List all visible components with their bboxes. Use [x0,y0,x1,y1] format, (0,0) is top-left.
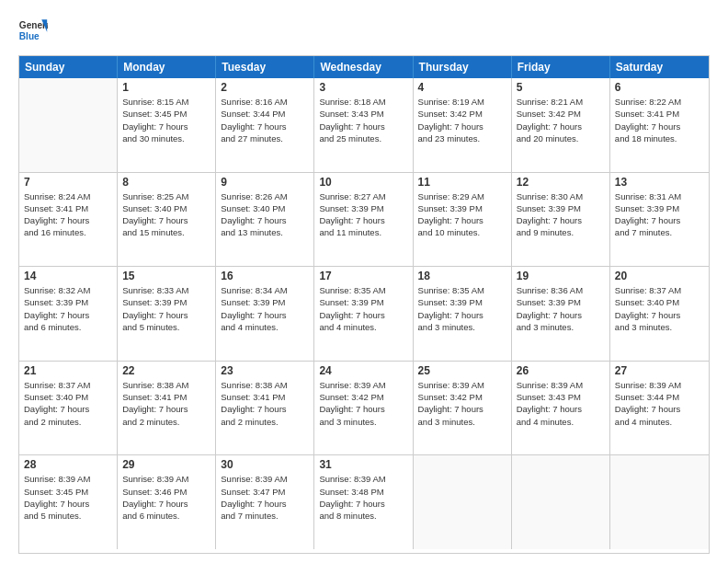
day-number: 5 [517,81,605,94]
calendar-cell: 16Sunrise: 8:34 AM Sunset: 3:39 PM Dayli… [216,267,314,361]
calendar-cell [512,455,610,549]
day-info: Sunrise: 8:33 AM Sunset: 3:39 PM Dayligh… [122,284,210,333]
day-info: Sunrise: 8:37 AM Sunset: 3:40 PM Dayligh… [24,379,112,428]
day-number: 26 [517,364,605,377]
calendar-cell: 10Sunrise: 8:27 AM Sunset: 3:39 PM Dayli… [314,173,413,267]
calendar-cell: 7Sunrise: 8:24 AM Sunset: 3:41 PM Daylig… [19,173,118,267]
day-number: 24 [319,364,407,377]
calendar-cell: 17Sunrise: 8:35 AM Sunset: 3:39 PM Dayli… [314,267,413,361]
day-info: Sunrise: 8:26 AM Sunset: 3:40 PM Dayligh… [221,190,309,239]
calendar-cell: 1Sunrise: 8:15 AM Sunset: 3:45 PM Daylig… [118,78,216,172]
day-info: Sunrise: 8:39 AM Sunset: 3:42 PM Dayligh… [418,379,506,428]
day-info: Sunrise: 8:24 AM Sunset: 3:41 PM Dayligh… [24,190,112,239]
day-number: 9 [221,176,309,189]
calendar-cell: 28Sunrise: 8:39 AM Sunset: 3:45 PM Dayli… [19,455,118,549]
calendar-cell: 9Sunrise: 8:26 AM Sunset: 3:40 PM Daylig… [216,173,314,267]
calendar-cell [610,455,709,549]
day-info: Sunrise: 8:38 AM Sunset: 3:41 PM Dayligh… [221,379,309,428]
svg-text:Blue: Blue [19,31,40,41]
calendar-cell: 13Sunrise: 8:31 AM Sunset: 3:39 PM Dayli… [610,173,709,267]
calendar-header-cell: Sunday [19,56,118,78]
day-info: Sunrise: 8:35 AM Sunset: 3:39 PM Dayligh… [418,284,506,333]
calendar-cell: 2Sunrise: 8:16 AM Sunset: 3:44 PM Daylig… [216,78,314,172]
day-info: Sunrise: 8:30 AM Sunset: 3:39 PM Dayligh… [517,190,605,239]
header: GeneralBlue [18,17,710,46]
day-number: 25 [418,364,506,377]
day-info: Sunrise: 8:39 AM Sunset: 3:45 PM Dayligh… [24,473,112,522]
day-number: 3 [319,81,407,94]
day-number: 20 [615,270,704,282]
day-number: 16 [221,270,309,282]
day-number: 27 [615,364,704,377]
day-number: 10 [319,176,407,189]
day-number: 15 [122,270,210,282]
day-info: Sunrise: 8:37 AM Sunset: 3:40 PM Dayligh… [615,284,704,333]
day-number: 23 [221,364,309,377]
calendar-cell [19,78,118,172]
day-info: Sunrise: 8:21 AM Sunset: 3:42 PM Dayligh… [517,96,605,144]
calendar-cell: 27Sunrise: 8:39 AM Sunset: 3:44 PM Dayli… [610,362,709,455]
day-number: 13 [615,176,704,189]
calendar-cell [414,455,512,549]
calendar-cell: 30Sunrise: 8:39 AM Sunset: 3:47 PM Dayli… [216,455,314,549]
day-number: 22 [122,364,210,377]
day-info: Sunrise: 8:36 AM Sunset: 3:39 PM Dayligh… [517,284,605,333]
calendar-week-row: 28Sunrise: 8:39 AM Sunset: 3:45 PM Dayli… [19,455,709,549]
calendar-header-cell: Saturday [610,56,709,78]
day-number: 31 [319,458,407,471]
day-info: Sunrise: 8:34 AM Sunset: 3:39 PM Dayligh… [221,284,309,333]
day-info: Sunrise: 8:39 AM Sunset: 3:47 PM Dayligh… [221,473,309,522]
calendar-cell: 19Sunrise: 8:36 AM Sunset: 3:39 PM Dayli… [512,267,610,361]
day-info: Sunrise: 8:18 AM Sunset: 3:43 PM Dayligh… [319,96,407,144]
day-number: 28 [24,458,112,471]
logo-icon: GeneralBlue [18,17,48,46]
calendar-header-cell: Friday [512,56,610,78]
day-number: 29 [122,458,210,471]
calendar-cell: 4Sunrise: 8:19 AM Sunset: 3:42 PM Daylig… [414,78,512,172]
day-info: Sunrise: 8:25 AM Sunset: 3:40 PM Dayligh… [122,190,210,239]
calendar-cell: 20Sunrise: 8:37 AM Sunset: 3:40 PM Dayli… [610,267,709,361]
day-info: Sunrise: 8:32 AM Sunset: 3:39 PM Dayligh… [24,284,112,333]
day-info: Sunrise: 8:38 AM Sunset: 3:41 PM Dayligh… [122,379,210,428]
calendar-cell: 14Sunrise: 8:32 AM Sunset: 3:39 PM Dayli… [19,267,118,361]
day-number: 12 [517,176,605,189]
day-number: 17 [319,270,407,282]
calendar-cell: 3Sunrise: 8:18 AM Sunset: 3:43 PM Daylig… [314,78,413,172]
day-number: 7 [24,176,112,189]
day-info: Sunrise: 8:39 AM Sunset: 3:48 PM Dayligh… [319,473,407,522]
day-number: 18 [418,270,506,282]
calendar-cell: 8Sunrise: 8:25 AM Sunset: 3:40 PM Daylig… [118,173,216,267]
calendar: SundayMondayTuesdayWednesdayThursdayFrid… [18,55,710,554]
calendar-header-cell: Thursday [414,56,512,78]
day-number: 1 [122,81,210,94]
day-info: Sunrise: 8:27 AM Sunset: 3:39 PM Dayligh… [319,190,407,239]
day-info: Sunrise: 8:16 AM Sunset: 3:44 PM Dayligh… [221,96,309,144]
day-number: 4 [418,81,506,94]
day-info: Sunrise: 8:39 AM Sunset: 3:44 PM Dayligh… [615,379,704,428]
day-info: Sunrise: 8:29 AM Sunset: 3:39 PM Dayligh… [418,190,506,239]
day-info: Sunrise: 8:35 AM Sunset: 3:39 PM Dayligh… [319,284,407,333]
logo: GeneralBlue [18,17,48,46]
calendar-week-row: 21Sunrise: 8:37 AM Sunset: 3:40 PM Dayli… [19,362,709,456]
calendar-header: SundayMondayTuesdayWednesdayThursdayFrid… [19,56,709,78]
day-number: 21 [24,364,112,377]
calendar-cell: 11Sunrise: 8:29 AM Sunset: 3:39 PM Dayli… [414,173,512,267]
day-info: Sunrise: 8:31 AM Sunset: 3:39 PM Dayligh… [615,190,704,239]
calendar-cell: 21Sunrise: 8:37 AM Sunset: 3:40 PM Dayli… [19,362,118,455]
calendar-cell: 22Sunrise: 8:38 AM Sunset: 3:41 PM Dayli… [118,362,216,455]
day-info: Sunrise: 8:15 AM Sunset: 3:45 PM Dayligh… [122,96,210,144]
calendar-cell: 12Sunrise: 8:30 AM Sunset: 3:39 PM Dayli… [512,173,610,267]
day-number: 2 [221,81,309,94]
calendar-cell: 18Sunrise: 8:35 AM Sunset: 3:39 PM Dayli… [414,267,512,361]
calendar-week-row: 7Sunrise: 8:24 AM Sunset: 3:41 PM Daylig… [19,173,709,268]
day-info: Sunrise: 8:19 AM Sunset: 3:42 PM Dayligh… [418,96,506,144]
calendar-cell: 5Sunrise: 8:21 AM Sunset: 3:42 PM Daylig… [512,78,610,172]
day-number: 6 [615,81,704,94]
day-number: 30 [221,458,309,471]
day-number: 14 [24,270,112,282]
day-info: Sunrise: 8:22 AM Sunset: 3:41 PM Dayligh… [615,96,704,144]
calendar-cell: 26Sunrise: 8:39 AM Sunset: 3:43 PM Dayli… [512,362,610,455]
day-info: Sunrise: 8:39 AM Sunset: 3:43 PM Dayligh… [517,379,605,428]
calendar-header-cell: Tuesday [216,56,314,78]
calendar-header-cell: Monday [118,56,216,78]
